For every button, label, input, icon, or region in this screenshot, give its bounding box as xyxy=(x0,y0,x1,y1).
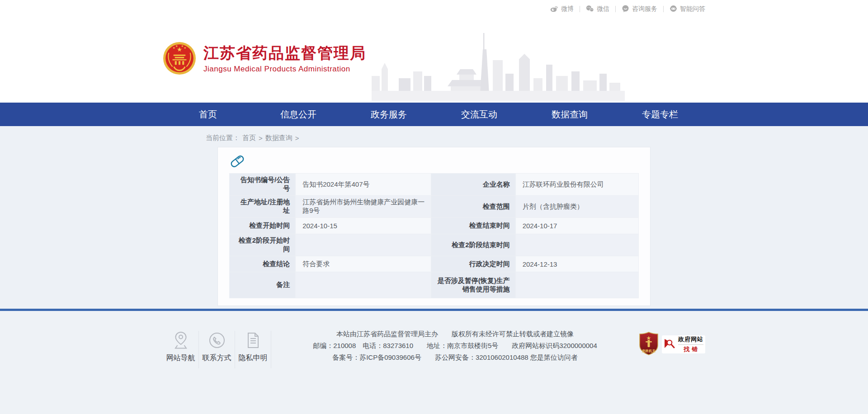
main-nav: 首页 信息公开 政务服务 交流互动 数据查询 专题专栏 xyxy=(0,103,868,126)
wechat-label: 微信 xyxy=(597,5,609,13)
nav-item-home[interactable]: 首页 xyxy=(163,103,253,126)
badge-report-title: 政府网站 xyxy=(678,335,703,343)
table-row: 检查结论 符合要求 行政决定时间 2024-12-13 xyxy=(230,256,639,272)
field-label: 检查范围 xyxy=(431,196,515,218)
footer-line-icp: 备案号：苏ICP备09039606号 苏公网安备：32010602010488 … xyxy=(282,352,628,363)
field-value: 2024-12-13 xyxy=(515,256,638,272)
breadcrumb-home-link[interactable]: 首页 xyxy=(242,134,256,142)
footer-privacy-link[interactable]: 隐私申明 xyxy=(235,331,271,368)
chat-icon xyxy=(622,5,629,14)
weibo-icon xyxy=(550,5,558,14)
field-value xyxy=(296,234,431,256)
svg-text:党政机关: 党政机关 xyxy=(642,349,656,353)
website-error-report-badge[interactable]: 政府网站 找错 xyxy=(662,335,705,353)
svg-text:★: ★ xyxy=(175,44,178,47)
nav-item-topics[interactable]: 专题专栏 xyxy=(615,103,705,126)
footer-line-host: 本站由江苏省药品监督管理局主办 版权所有未经许可禁止转载或者建立镜像 xyxy=(282,328,628,340)
page: 微博 微信 咨询服务 智能问答 xyxy=(0,0,868,368)
city-skyline-graphic xyxy=(372,33,625,103)
inspection-detail-card: 告知书编号/公告号 告知书2024年第407号 企业名称 江苏联环药业股份有限公… xyxy=(217,147,651,306)
field-value xyxy=(515,272,638,298)
site-title: 江苏省药品监督管理局 xyxy=(203,45,366,61)
inspection-detail-table: 告知书编号/公告号 告知书2024年第407号 企业名称 江苏联环药业股份有限公… xyxy=(229,173,639,298)
site-subtitle: Jiangsu Medical Products Administration xyxy=(203,65,366,74)
field-label: 是否涉及暂停(恢复)生产销售使用等措施 xyxy=(431,272,515,298)
footer-nav: 网站导航 联系方式 xyxy=(163,331,271,368)
svg-text:★: ★ xyxy=(181,44,184,47)
field-label: 生产地址/注册地址 xyxy=(230,196,296,218)
breadcrumb-separator: > xyxy=(259,134,263,142)
content-area: 当前位置： 首页 > 数据查询 > xyxy=(0,126,868,309)
field-label: 检查开始时间 xyxy=(230,218,296,234)
breadcrumb-prefix: 当前位置： xyxy=(206,134,240,142)
table-row: 检查开始时间 2024-10-15 检查结束时间 2024-10-17 xyxy=(230,218,639,234)
logo-text: 江苏省药品监督管理局 Jiangsu Medical Products Admi… xyxy=(203,45,366,74)
weibo-label: 微博 xyxy=(561,5,574,13)
field-value: 符合要求 xyxy=(296,256,431,272)
field-value: 2024-10-17 xyxy=(515,218,638,234)
nav-item-services[interactable]: 政务服务 xyxy=(344,103,434,126)
svg-text:★: ★ xyxy=(184,46,187,49)
party-gov-badge[interactable]: ★ 党政机关 xyxy=(639,332,659,357)
field-value xyxy=(296,272,431,298)
field-value: 告知书2024年第407号 xyxy=(296,174,431,196)
field-label: 企业名称 xyxy=(431,174,515,196)
table-row: 检查2阶段开始时间 检查2阶段结束时间 xyxy=(230,234,639,256)
smart-qa-label: 智能问答 xyxy=(680,5,705,13)
nav-item-interact[interactable]: 交流互动 xyxy=(434,103,524,126)
footer-contact-label: 联系方式 xyxy=(199,353,235,363)
badge-report-subtitle: 找错 xyxy=(678,344,703,353)
divider xyxy=(615,6,616,12)
find-error-icon xyxy=(664,338,675,351)
site-footer: 网站导航 联系方式 xyxy=(0,311,868,368)
wechat-link[interactable]: 微信 xyxy=(586,5,609,14)
capsule-icon xyxy=(229,153,245,171)
robot-icon xyxy=(670,5,677,14)
field-value xyxy=(515,234,638,256)
divider xyxy=(580,6,580,12)
footer-sitemap-label: 网站导航 xyxy=(163,353,198,363)
wechat-icon xyxy=(586,5,594,14)
breadcrumb-section-link[interactable]: 数据查询 xyxy=(265,134,292,142)
weibo-link[interactable]: 微博 xyxy=(550,5,574,14)
phone-icon xyxy=(199,331,235,350)
field-label: 检查2阶段开始时间 xyxy=(230,234,296,256)
site-header: ★ ★ ★ ★ ★ xyxy=(0,18,868,103)
nav-item-dataquery[interactable]: 数据查询 xyxy=(524,103,615,126)
smart-qa-link[interactable]: 智能问答 xyxy=(670,5,705,14)
map-pin-icon xyxy=(163,331,198,350)
topbar: 微博 微信 咨询服务 智能问答 xyxy=(0,0,868,18)
footer-privacy-label: 隐私申明 xyxy=(235,353,271,363)
divider xyxy=(663,6,664,12)
field-label: 告知书编号/公告号 xyxy=(230,174,296,196)
breadcrumb-separator: > xyxy=(295,134,299,142)
footer-info: 本站由江苏省药品监督管理局主办 版权所有未经许可禁止转载或者建立镜像 邮编：21… xyxy=(271,328,639,363)
site-logo[interactable]: ★ ★ ★ ★ ★ xyxy=(163,42,366,77)
field-value: 片剂（含抗肿瘤类） xyxy=(515,196,638,218)
footer-contact-link[interactable]: 联系方式 xyxy=(199,331,235,368)
field-label: 检查结束时间 xyxy=(431,218,515,234)
field-label: 备注 xyxy=(230,272,296,298)
document-icon xyxy=(235,331,271,350)
footer-line-contact: 邮编：210008 电话：83273610 地址：南京市鼓楼街5号 政府网站标识… xyxy=(282,340,628,352)
svg-text:★: ★ xyxy=(173,46,175,49)
field-value: 江苏联环药业股份有限公司 xyxy=(515,174,638,196)
breadcrumb: 当前位置： 首页 > 数据查询 > xyxy=(163,133,705,143)
consult-service-link[interactable]: 咨询服务 xyxy=(622,5,657,14)
field-label: 检查2阶段结束时间 xyxy=(431,234,515,256)
table-row: 生产地址/注册地址 江苏省扬州市扬州生物健康产业园健康一路9号 检查范围 片剂（… xyxy=(230,196,639,218)
nav-item-info[interactable]: 信息公开 xyxy=(253,103,344,126)
table-row: 备注 是否涉及暂停(恢复)生产销售使用等措施 xyxy=(230,272,639,298)
footer-badges: ★ 党政机关 政府网站 xyxy=(639,332,705,357)
national-emblem-icon: ★ ★ ★ ★ ★ xyxy=(163,42,196,77)
field-value: 2024-10-15 xyxy=(296,218,431,234)
field-label: 检查结论 xyxy=(230,256,296,272)
field-value: 江苏省扬州市扬州生物健康产业园健康一路9号 xyxy=(296,196,431,218)
table-row: 告知书编号/公告号 告知书2024年第407号 企业名称 江苏联环药业股份有限公… xyxy=(230,174,639,196)
field-label: 行政决定时间 xyxy=(431,256,515,272)
footer-sitemap-link[interactable]: 网站导航 xyxy=(163,331,199,368)
consult-service-label: 咨询服务 xyxy=(632,5,657,13)
